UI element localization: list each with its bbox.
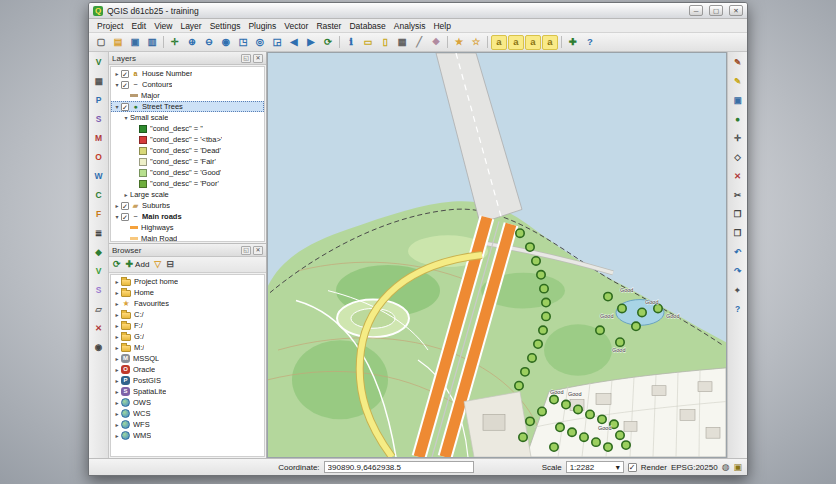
- browser-filter-button[interactable]: ▽: [154, 260, 161, 269]
- legend-item[interactable]: Highways: [111, 222, 264, 233]
- add-wcs-layer-icon[interactable]: C: [91, 188, 106, 202]
- open-attribute-table-icon[interactable]: ▦: [394, 35, 410, 50]
- layer-visibility-icon[interactable]: ◉: [91, 340, 106, 354]
- layer-item[interactable]: ▸Large scale: [111, 189, 264, 200]
- deselect-features-icon[interactable]: ▯: [377, 35, 393, 50]
- add-oracle-layer-icon[interactable]: O: [91, 150, 106, 164]
- scale-combo[interactable]: 1:2282 ▾: [566, 461, 624, 473]
- browser-item[interactable]: ▸Home: [111, 287, 264, 298]
- save-project-as-icon[interactable]: ▥: [144, 35, 160, 50]
- new-shapefile-layer-icon[interactable]: V: [91, 264, 106, 278]
- browser-add-button[interactable]: ✚Add: [126, 260, 150, 269]
- legend-item[interactable]: "cond_desc" = 'Fair': [111, 156, 264, 167]
- layer-checkbox[interactable]: ✓: [121, 202, 129, 210]
- expand-icon[interactable]: ▸: [113, 421, 121, 428]
- close-icon[interactable]: ✕: [729, 5, 743, 16]
- menu-item-layer[interactable]: Layer: [176, 20, 205, 32]
- expand-icon[interactable]: ▸: [113, 278, 121, 285]
- layer-item[interactable]: ▸✓▰Suburbs: [111, 200, 264, 211]
- expand-icon[interactable]: ▸: [113, 300, 121, 307]
- zoom-full-icon[interactable]: ◳: [235, 35, 251, 50]
- save-edits-icon[interactable]: ▣: [730, 93, 745, 107]
- menu-item-analysis[interactable]: Analysis: [390, 20, 430, 32]
- legend-item[interactable]: "cond_desc" = '': [111, 123, 264, 134]
- expand-icon[interactable]: ▸: [122, 191, 130, 198]
- browser-item[interactable]: ▸PPostGIS: [111, 375, 264, 386]
- zoom-in-icon[interactable]: ⊕: [184, 35, 200, 50]
- add-spatialite-layer-icon[interactable]: S: [91, 112, 106, 126]
- node-tool-icon[interactable]: ◇: [730, 150, 745, 164]
- expand-icon[interactable]: ▸: [113, 289, 121, 296]
- add-wfs-layer-icon[interactable]: F: [91, 207, 106, 221]
- layer-item[interactable]: ▸✓aHouse Number: [111, 68, 264, 79]
- menu-item-settings[interactable]: Settings: [206, 20, 245, 32]
- copy-features-icon[interactable]: ❐: [730, 207, 745, 221]
- browser-collapse-button[interactable]: ⊟: [166, 260, 174, 269]
- legend-item[interactable]: Major: [111, 90, 264, 101]
- collapse-icon[interactable]: ▾: [122, 114, 130, 121]
- browser-refresh-button[interactable]: ⟳: [113, 260, 121, 269]
- menu-item-help[interactable]: Help: [429, 20, 454, 32]
- render-checkbox[interactable]: ✓: [628, 463, 637, 472]
- collapse-icon[interactable]: ▾: [113, 213, 121, 220]
- select-features-icon[interactable]: ▭: [360, 35, 376, 50]
- expand-icon[interactable]: ▸: [113, 377, 121, 384]
- browser-item[interactable]: ▸WFS: [111, 419, 264, 430]
- zoom-last-icon[interactable]: ◀: [286, 35, 302, 50]
- expand-icon[interactable]: ▸: [113, 344, 121, 351]
- menu-item-edit[interactable]: Edit: [127, 20, 150, 32]
- browser-item[interactable]: ▸WCS: [111, 408, 264, 419]
- zoom-to-layer-icon[interactable]: ◲: [269, 35, 285, 50]
- browser-item[interactable]: ▸F:/: [111, 320, 264, 331]
- browser-item[interactable]: ▸Project home: [111, 276, 264, 287]
- layer-item[interactable]: ▾✓~Main roads: [111, 211, 264, 222]
- expand-icon[interactable]: ▸: [113, 366, 121, 373]
- browser-close-icon[interactable]: ✕: [253, 246, 263, 255]
- add-mssql-layer-icon[interactable]: M: [91, 131, 106, 145]
- open-project-icon[interactable]: ▤: [110, 35, 126, 50]
- legend-item[interactable]: "cond_desc" = 'Good': [111, 167, 264, 178]
- layer-checkbox[interactable]: ✓: [121, 70, 129, 78]
- new-spatialite-layer-icon[interactable]: S: [91, 283, 106, 297]
- collapse-icon[interactable]: ▾: [113, 103, 121, 110]
- new-bookmark-icon[interactable]: ★: [451, 35, 467, 50]
- expand-icon[interactable]: ▸: [113, 70, 121, 77]
- layers-float-icon[interactable]: ◱: [241, 54, 251, 63]
- layer-checkbox[interactable]: ✓: [121, 213, 129, 221]
- browser-item[interactable]: ▸OOracle: [111, 364, 264, 375]
- current-edits-icon[interactable]: ✎: [730, 55, 745, 69]
- minimize-icon[interactable]: ─: [689, 5, 703, 16]
- move-label-icon[interactable]: a: [508, 35, 524, 50]
- redo-icon[interactable]: ↷: [730, 264, 745, 278]
- legend-item[interactable]: "cond_desc" = 'Dead': [111, 145, 264, 156]
- browser-item[interactable]: ▸M:/: [111, 342, 264, 353]
- new-memory-layer-icon[interactable]: ▱: [91, 302, 106, 316]
- expand-icon[interactable]: ▸: [113, 388, 121, 395]
- add-wms-layer-icon[interactable]: W: [91, 169, 106, 183]
- zoom-to-selection-icon[interactable]: ◎: [252, 35, 268, 50]
- show-bookmarks-icon[interactable]: ☆: [468, 35, 484, 50]
- expand-icon[interactable]: ▸: [113, 322, 121, 329]
- expand-icon[interactable]: ▸: [113, 202, 121, 209]
- new-shapefile-icon[interactable]: ✚: [565, 35, 581, 50]
- add-delimited-text-icon[interactable]: ≣: [91, 226, 106, 240]
- measure-line-icon[interactable]: ╱: [411, 35, 427, 50]
- layer-item[interactable]: ▾✓~Contours: [111, 79, 264, 90]
- add-vector-layer-icon[interactable]: V: [91, 55, 106, 69]
- messages-icon[interactable]: ▣: [733, 463, 742, 472]
- new-geopackage-layer-icon[interactable]: ◆: [91, 245, 106, 259]
- toggle-editing-icon[interactable]: ✎: [730, 74, 745, 88]
- save-project-icon[interactable]: ▣: [127, 35, 143, 50]
- zoom-out-icon[interactable]: ⊖: [201, 35, 217, 50]
- browser-item[interactable]: ▸C:/: [111, 309, 264, 320]
- layer-item[interactable]: ▾✓●Street Trees: [111, 101, 264, 112]
- legend-item[interactable]: "cond_desc" = 'Poor': [111, 178, 264, 189]
- menu-item-plugins[interactable]: Plugins: [244, 20, 280, 32]
- expand-icon[interactable]: ▸: [113, 410, 121, 417]
- map-canvas[interactable]: GoodGoodGoodGoodGoodGoodGoodGood: [267, 52, 727, 458]
- undo-icon[interactable]: ↶: [730, 245, 745, 259]
- expand-icon[interactable]: ▸: [113, 333, 121, 340]
- browser-item[interactable]: ▸OWS: [111, 397, 264, 408]
- labeling-icon[interactable]: a: [491, 35, 507, 50]
- browser-item[interactable]: ▸WMS: [111, 430, 264, 441]
